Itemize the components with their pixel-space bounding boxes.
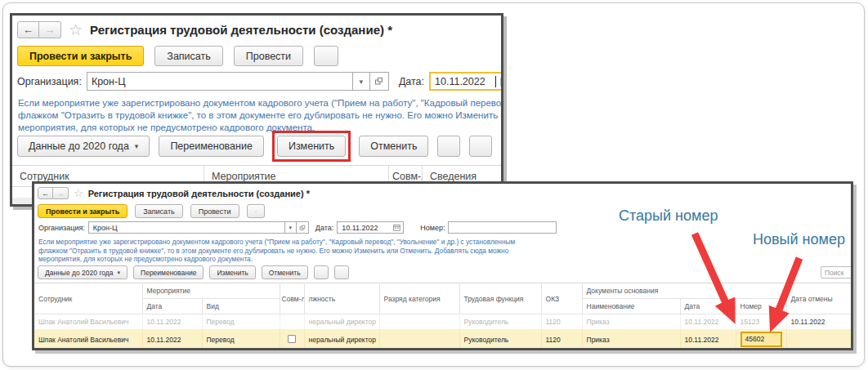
column-doc-date[interactable]: Дата bbox=[680, 299, 736, 314]
search-input[interactable] bbox=[821, 266, 853, 279]
forward-arrow-button[interactable]: → bbox=[39, 21, 61, 38]
org-label: Организация: bbox=[17, 76, 82, 87]
post-and-close-button[interactable]: Провести и закрыть bbox=[17, 46, 144, 66]
open-link-button[interactable] bbox=[297, 225, 308, 231]
cell-doc-name: Приказ bbox=[582, 330, 680, 350]
move-up-button[interactable] bbox=[437, 136, 460, 157]
calendar-button[interactable] bbox=[391, 224, 403, 231]
info-text: Если мероприятие уже зарегистрировано до… bbox=[38, 238, 848, 264]
save-button[interactable]: Записать bbox=[154, 46, 222, 66]
change-button[interactable]: Изменить bbox=[277, 136, 346, 157]
dropdown-caret-icon: ▾ bbox=[135, 142, 139, 150]
info-line: мероприятия, для которых не предусмотрен… bbox=[18, 122, 503, 134]
date-field[interactable]: 10.11.2022 bbox=[429, 72, 503, 91]
cell-position: неральный директор bbox=[304, 330, 379, 350]
calendar-icon bbox=[500, 77, 503, 87]
screenshot-card: ← → ☆ Регистрация трудовой деятельности … bbox=[2, 2, 865, 367]
move-down-button[interactable] bbox=[469, 136, 492, 157]
column-labor-function[interactable]: Трудовая функция bbox=[459, 283, 541, 314]
doc-number-edit-value[interactable]: 45602 bbox=[740, 332, 782, 347]
dropdown-caret-icon: ▾ bbox=[118, 270, 121, 276]
org-field[interactable]: Крон-Ц ▾ bbox=[87, 72, 389, 91]
cancel-event-button[interactable]: Отменить bbox=[359, 136, 428, 157]
data-before-2020-button[interactable]: Данные до 2020 года ▾ bbox=[38, 265, 128, 279]
cell-cancel-date bbox=[786, 330, 853, 350]
column-part-time[interactable]: Совм-ль bbox=[280, 283, 304, 314]
front-actions-row: Данные до 2020 года ▾ Переименование Изм… bbox=[38, 265, 852, 279]
save-button[interactable]: Записать bbox=[135, 204, 182, 218]
change-button[interactable]: Изменить bbox=[209, 265, 255, 279]
front-window-header: ← → ☆ Регистрация трудовой деятельности … bbox=[38, 187, 310, 199]
cell-doc-date: 10.11.2022 bbox=[680, 330, 736, 350]
dropdown-button[interactable]: ▾ bbox=[285, 225, 296, 231]
cancel-event-button[interactable]: Отменить bbox=[262, 265, 308, 279]
cell-grade bbox=[379, 314, 459, 330]
column-event-group[interactable]: Мероприятие bbox=[142, 283, 280, 299]
part-time-checkbox[interactable] bbox=[288, 335, 296, 343]
cell-labor-function: Руководитель bbox=[459, 330, 541, 350]
column-docs-group[interactable]: Документы основания bbox=[582, 283, 786, 299]
back-arrow-button[interactable]: ← bbox=[17, 21, 39, 38]
move-up-button[interactable] bbox=[314, 265, 329, 279]
post-button[interactable]: Провести bbox=[190, 204, 239, 218]
attach-button[interactable] bbox=[314, 46, 338, 66]
column-grade[interactable]: Разряд категория bbox=[379, 283, 459, 314]
date-value: 10.11.2022 bbox=[431, 76, 494, 87]
table-row-selected[interactable]: Шпак Анатолий Васильевич 10.11.2022 Пере… bbox=[34, 330, 853, 350]
front-toolbar: Провести и закрыть Записать Провести bbox=[38, 204, 265, 218]
org-label: Организация: bbox=[38, 224, 85, 232]
open-link-button[interactable] bbox=[370, 77, 388, 86]
org-value: Крон-Ц bbox=[89, 224, 284, 232]
date-label: Дата: bbox=[315, 224, 333, 232]
rename-button[interactable]: Переименование bbox=[133, 265, 204, 279]
dropdown-button[interactable]: ▾ bbox=[353, 78, 369, 86]
back-window-header: ← → ☆ Регистрация трудовой деятельности … bbox=[17, 20, 392, 39]
org-field[interactable]: Крон-Ц ▾ bbox=[88, 221, 309, 234]
data-before-2020-button[interactable]: Данные до 2020 года ▾ bbox=[17, 136, 150, 157]
post-button[interactable]: Провести bbox=[234, 46, 303, 66]
cell-part-time bbox=[280, 330, 304, 350]
data-before-2020-label: Данные до 2020 года bbox=[45, 269, 114, 277]
cell-employee: Шпак Анатолий Васильевич bbox=[34, 314, 142, 330]
page-title: Регистрация трудовой деятельности (созда… bbox=[88, 189, 310, 198]
attach-button[interactable] bbox=[247, 204, 265, 218]
move-down-button[interactable] bbox=[334, 265, 349, 279]
number-field[interactable] bbox=[448, 221, 557, 234]
column-event-date[interactable]: Дата bbox=[142, 299, 202, 314]
cell-doc-number: 15123 bbox=[736, 314, 786, 330]
cell-labor-function: Руководитель bbox=[459, 314, 541, 330]
column-cancel-date[interactable]: Дата отмены bbox=[786, 283, 853, 314]
forward-arrow-button[interactable]: → bbox=[53, 187, 69, 199]
column-position[interactable]: лжность bbox=[304, 283, 379, 314]
column-okz[interactable]: ОКЗ bbox=[541, 283, 582, 314]
favorite-star-icon[interactable]: ☆ bbox=[69, 20, 83, 39]
open-icon bbox=[374, 77, 383, 86]
front-window: ← → ☆ Регистрация трудовой деятельности … bbox=[32, 181, 853, 350]
back-arrow-button[interactable]: ← bbox=[38, 187, 53, 199]
date-field[interactable]: 10.11.2022 bbox=[337, 221, 404, 234]
cell-grade bbox=[379, 330, 459, 350]
calendar-button[interactable] bbox=[496, 77, 503, 87]
new-number-annotation: Новый номер bbox=[753, 231, 845, 248]
date-value: 10.11.2022 bbox=[338, 224, 391, 232]
number-label: Номер: bbox=[420, 224, 445, 232]
column-event-kind[interactable]: Вид bbox=[202, 299, 280, 314]
favorite-star-icon[interactable]: ☆ bbox=[74, 187, 83, 199]
info-line: мероприятия, для которых не предусмотрен… bbox=[38, 255, 848, 264]
column-doc-name[interactable]: Наименование bbox=[582, 299, 680, 314]
post-and-close-button[interactable]: Провести и закрыть bbox=[38, 204, 128, 218]
cell-event-kind: Перевод bbox=[202, 330, 280, 350]
data-before-2020-label: Данные до 2020 года bbox=[29, 140, 129, 152]
table-row[interactable]: Шпак Анатолий Васильевич 10.11.2022 Пере… bbox=[34, 314, 853, 330]
info-line: Если мероприятие уже зарегистрировано до… bbox=[18, 97, 503, 109]
nav-buttons: ← → bbox=[38, 187, 69, 199]
nav-buttons: ← → bbox=[17, 21, 61, 38]
rename-button[interactable]: Переименование bbox=[159, 136, 264, 157]
column-doc-number[interactable]: Номер bbox=[736, 299, 786, 314]
cell-okz: 1120 bbox=[541, 330, 582, 350]
cell-doc-number-editing[interactable]: 45602 bbox=[736, 330, 786, 350]
info-line: Если мероприятие уже зарегистрировано до… bbox=[38, 238, 848, 247]
column-employee[interactable]: Сотрудник bbox=[34, 283, 142, 314]
back-fields-row: Организация: Крон-Ц ▾ Дата: 10.11.2022 bbox=[17, 72, 503, 91]
org-value: Крон-Ц bbox=[87, 76, 352, 87]
